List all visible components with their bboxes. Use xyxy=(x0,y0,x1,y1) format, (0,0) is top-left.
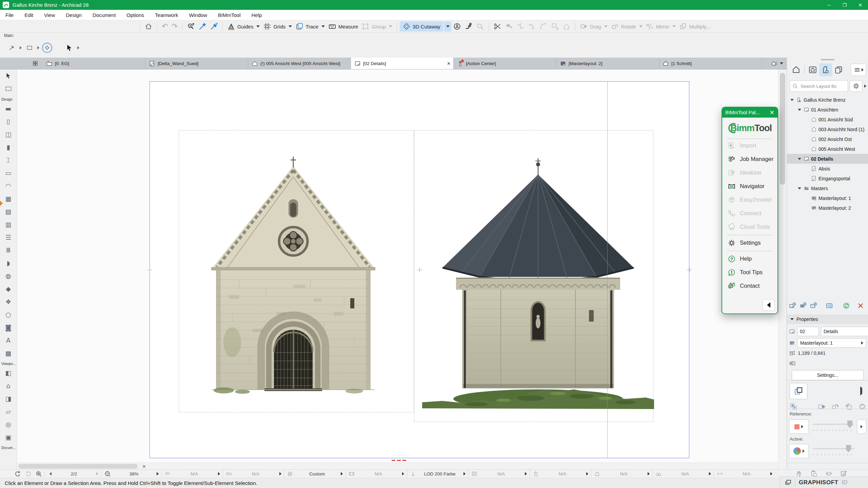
paste-icon[interactable] xyxy=(810,470,817,477)
project-map-button[interactable] xyxy=(806,63,819,76)
menu-bimmtool[interactable]: BIMmTool xyxy=(213,10,246,20)
camera-tool[interactable]: ▣ xyxy=(0,431,17,444)
expander-icon[interactable] xyxy=(798,187,801,189)
trim-button[interactable] xyxy=(492,21,503,32)
tab-005-ansicht-west-005-ansicht-west[interactable]: (!) 005 Ansicht West [005 Ansicht West] xyxy=(248,58,351,69)
segment-menu-icon[interactable] xyxy=(463,472,466,475)
wall-tool[interactable]: ▬ xyxy=(0,102,17,115)
apse-drawing[interactable] xyxy=(422,151,654,415)
collapse-icon[interactable] xyxy=(790,318,794,320)
window-tool[interactable]: ◫ xyxy=(0,128,17,141)
curtain-wall-tool[interactable]: ▥ xyxy=(0,218,17,231)
delete-button[interactable] xyxy=(857,302,864,309)
trace-toggle-button[interactable] xyxy=(790,383,807,399)
layout-canvas[interactable] xyxy=(17,69,778,463)
status-segment-dimension[interactable]: N/A xyxy=(714,470,775,478)
menu-file[interactable]: File xyxy=(0,10,19,20)
stretch-button[interactable] xyxy=(561,21,572,32)
scrollbar-thumb[interactable] xyxy=(18,464,138,469)
menu-window[interactable]: Window xyxy=(183,10,212,20)
layout-settings-button[interactable] xyxy=(826,302,833,309)
interior-elevation-tool[interactable]: ◨ xyxy=(0,392,17,405)
tree-item-eingangsportal[interactable]: Eingangsportal xyxy=(787,174,868,183)
intersect-button[interactable] xyxy=(526,21,538,32)
view-history-back-icon[interactable] xyxy=(14,470,21,477)
bimmtool-item-navigator[interactable]: Navigator xyxy=(722,180,777,193)
code-icon[interactable] xyxy=(825,470,832,477)
active-color-button[interactable] xyxy=(789,444,809,458)
status-segment-film[interactable]: N/A xyxy=(346,470,407,478)
new-subset-button[interactable] xyxy=(810,302,817,309)
section-tool[interactable]: ◧ xyxy=(0,366,17,379)
bimmtool-item-help[interactable]: ?Help xyxy=(722,252,777,266)
trace-dropdown-arrow[interactable] xyxy=(860,388,862,394)
bimmtool-item-tool-tips[interactable]: Tool Tips xyxy=(722,266,777,279)
marquee-tool[interactable] xyxy=(0,82,17,95)
panel-drag-handle[interactable] xyxy=(821,59,834,60)
slider-thumb[interactable] xyxy=(847,421,852,428)
expander-icon[interactable] xyxy=(798,109,801,111)
group-button[interactable]: Group xyxy=(360,21,394,32)
split-button[interactable] xyxy=(515,21,526,32)
close-tab-icon[interactable]: ✕ xyxy=(446,61,451,66)
redo-button[interactable]: ↷ xyxy=(170,21,179,32)
fill-tool[interactable]: ▩ xyxy=(0,347,17,360)
eyedropper-button[interactable] xyxy=(197,21,208,32)
search-input[interactable] xyxy=(800,83,837,89)
skylight-tool[interactable]: ◍ xyxy=(0,269,17,282)
panel-expand-arrow[interactable] xyxy=(864,84,866,88)
menu-options[interactable]: Options xyxy=(121,10,150,20)
navigator-settings-button[interactable] xyxy=(850,80,863,92)
update-button[interactable] xyxy=(843,302,850,309)
rotate-button[interactable]: Rotate xyxy=(609,21,644,32)
segment-menu-icon[interactable] xyxy=(648,472,650,475)
resize-button[interactable] xyxy=(549,21,561,32)
morph-tool[interactable]: ◆ xyxy=(0,282,17,295)
previous-page-icon[interactable] xyxy=(50,472,52,475)
tab-0-eg[interactable]: [0. EG] xyxy=(43,58,145,69)
segment-menu-icon[interactable] xyxy=(709,472,711,475)
segment-menu-icon[interactable] xyxy=(341,472,343,475)
adjust-button[interactable] xyxy=(503,21,515,32)
undo-button[interactable]: ↶ xyxy=(160,21,170,32)
rotate-trace-icon[interactable] xyxy=(831,403,839,411)
segment-menu-icon[interactable] xyxy=(402,472,404,475)
expander-icon[interactable] xyxy=(790,99,794,101)
fit-trace-icon[interactable] xyxy=(790,403,798,411)
properties-header[interactable]: Properties xyxy=(787,314,868,324)
railing-tool[interactable]: Ⅲ xyxy=(0,244,17,257)
pan-hand-icon[interactable] xyxy=(795,470,803,477)
menu-view[interactable]: View xyxy=(39,10,60,20)
tab-delta_wand_sued[interactable]: [Delta_Wand_Sued] xyxy=(145,58,248,69)
detail-tool[interactable]: ◎ xyxy=(0,418,17,431)
flyout-arrow-icon[interactable] xyxy=(77,46,79,49)
chevron-down-icon[interactable] xyxy=(256,25,260,27)
tree-item-005-ansicht-west[interactable]: 005 Ansicht West xyxy=(787,144,868,154)
status-segment-houses[interactable]: N/A xyxy=(652,470,714,478)
settings-button[interactable]: Settings... xyxy=(792,370,864,380)
orientation-button[interactable] xyxy=(451,21,463,32)
column-tool[interactable]: ▮ xyxy=(0,141,17,154)
drag-button[interactable]: Drag xyxy=(578,21,609,32)
tab-overview-button[interactable] xyxy=(28,58,43,69)
menu-design[interactable]: Design xyxy=(60,10,87,20)
menu-document[interactable]: Document xyxy=(87,10,121,20)
zoom-menu-icon[interactable] xyxy=(157,472,159,475)
tree-item-02-details[interactable]: 02 Details xyxy=(787,154,868,164)
next-page-icon[interactable] xyxy=(96,472,98,475)
tree-item-gallus-kirche-brenz[interactable]: Gallus Kirche Brenz xyxy=(787,95,868,105)
minimize-icon[interactable]: ─ xyxy=(821,0,837,10)
zone-tool[interactable]: ▨ xyxy=(0,205,17,218)
search-field[interactable] xyxy=(790,80,848,92)
worksheet-tool[interactable]: ▱ xyxy=(0,405,17,418)
tab-list-dropdown[interactable] xyxy=(771,58,783,69)
tree-item-masters[interactable]: Masters xyxy=(787,183,868,193)
tab-02-details[interactable]: [02 Details]✕ xyxy=(351,58,454,69)
zoom-in-icon[interactable] xyxy=(35,470,42,477)
new-layout-button[interactable] xyxy=(789,302,796,309)
navigator-menu-button[interactable] xyxy=(851,64,866,76)
trace-button[interactable]: Trace xyxy=(294,21,327,32)
status-segment-pen[interactable]: LOD 200 Farbe xyxy=(407,470,468,478)
inject-parameters-button[interactable] xyxy=(208,21,220,32)
tree-item-absis[interactable]: Absis xyxy=(787,164,868,174)
